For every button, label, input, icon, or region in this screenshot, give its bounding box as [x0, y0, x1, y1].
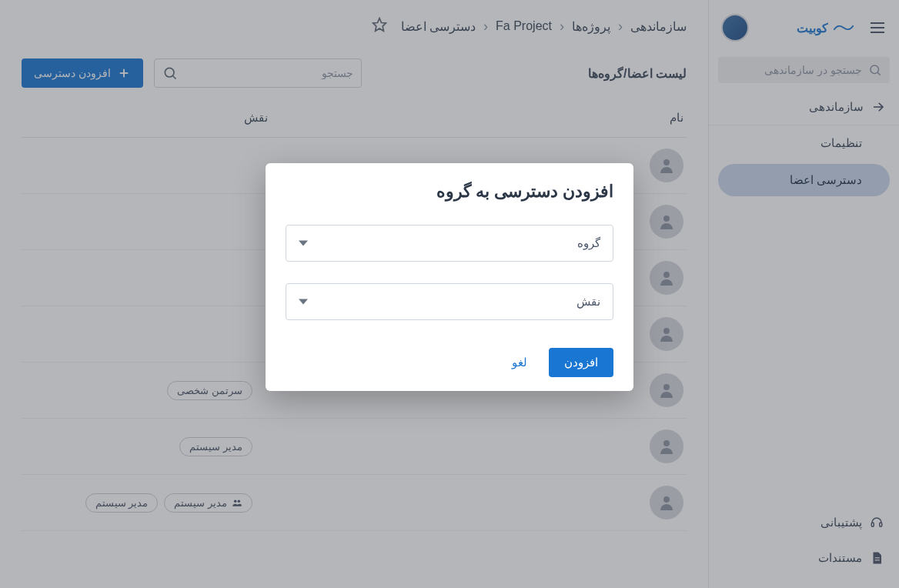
cancel-button[interactable]: لغو — [501, 348, 538, 377]
modal-overlay[interactable]: افزودن دسترسی به گروه گروه نقش افزودن لغ… — [0, 0, 899, 588]
caret-down-icon — [299, 239, 308, 248]
dialog-actions: افزودن لغو — [286, 348, 613, 377]
role-select-label: نقش — [576, 295, 600, 309]
submit-button[interactable]: افزودن — [549, 348, 613, 377]
caret-down-icon — [299, 297, 308, 306]
group-select-label: گروه — [577, 236, 600, 250]
add-access-dialog: افزودن دسترسی به گروه گروه نقش افزودن لغ… — [266, 163, 633, 391]
dialog-title: افزودن دسترسی به گروه — [286, 182, 613, 202]
group-select[interactable]: گروه — [286, 225, 613, 262]
role-select[interactable]: نقش — [286, 283, 613, 320]
